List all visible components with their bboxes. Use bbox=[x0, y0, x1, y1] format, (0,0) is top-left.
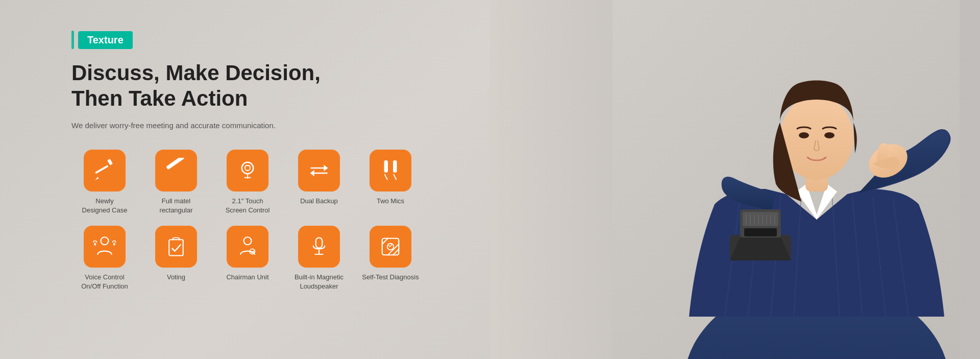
svg-rect-11 bbox=[393, 160, 397, 173]
headline-line2: Then Take Action bbox=[71, 86, 500, 111]
headline: Discuss, Make Decision, Then Take Action bbox=[71, 60, 500, 112]
headline-line1: Discuss, Make Decision, bbox=[71, 60, 500, 86]
svg-point-4 bbox=[242, 162, 254, 174]
texture-label: Texture bbox=[78, 31, 133, 49]
icon-label-touch-screen: 2.1" TouchScreen Control bbox=[226, 197, 270, 215]
icon-label-voting: Voting bbox=[167, 273, 185, 282]
icon-item-dual-backup: Dual Backup bbox=[286, 150, 352, 215]
icons-grid: NewlyDesigned Case Full matelrectangular bbox=[71, 150, 500, 291]
icon-label-voice-control: Voice ControlOn/Off Function bbox=[81, 273, 128, 291]
icon-item-voting: Voting bbox=[143, 226, 209, 291]
voting-icon bbox=[163, 234, 189, 259]
svg-point-33 bbox=[799, 132, 809, 138]
full-matel-icon bbox=[163, 158, 189, 183]
newly-designed-case-icon bbox=[92, 158, 117, 183]
texture-bar bbox=[71, 31, 74, 49]
icon-box-two-mics bbox=[370, 150, 411, 192]
icon-box-built-in-magnetic bbox=[298, 226, 340, 268]
icon-item-newly-designed-case: NewlyDesigned Case bbox=[71, 150, 138, 215]
icon-item-two-mics: Two Mics bbox=[357, 150, 424, 215]
svg-point-12 bbox=[101, 237, 109, 245]
person-area bbox=[490, 0, 980, 359]
voice-control-icon bbox=[92, 234, 117, 259]
icon-box-chairman-unit bbox=[227, 226, 268, 268]
svg-rect-48 bbox=[744, 228, 777, 236]
icon-label-chairman-unit: Chairman Unit bbox=[226, 273, 268, 282]
self-test-icon bbox=[378, 234, 403, 259]
page-wrapper: Texture Discuss, Make Decision, Then Tak… bbox=[0, 0, 980, 359]
chairman-unit-icon bbox=[235, 234, 260, 259]
icon-item-touch-screen: 2.1" TouchScreen Control bbox=[214, 150, 281, 215]
icon-item-voice-control: Voice ControlOn/Off Function bbox=[71, 226, 138, 291]
svg-rect-13 bbox=[169, 240, 183, 255]
icon-box-full-matel bbox=[155, 150, 197, 192]
icon-box-dual-backup bbox=[298, 150, 340, 192]
texture-badge: Texture bbox=[71, 31, 133, 49]
svg-rect-16 bbox=[316, 237, 323, 248]
svg-marker-9 bbox=[310, 170, 314, 177]
svg-marker-8 bbox=[324, 165, 328, 172]
icon-item-full-matel: Full matelrectangular bbox=[143, 150, 209, 215]
built-in-magnetic-icon bbox=[306, 234, 332, 259]
svg-point-34 bbox=[824, 132, 835, 138]
icon-label-full-matel: Full matelrectangular bbox=[159, 197, 192, 215]
svg-rect-3 bbox=[166, 158, 185, 170]
svg-point-20 bbox=[387, 243, 394, 250]
icon-item-chairman-unit: Chairman Unit bbox=[214, 226, 281, 291]
svg-point-5 bbox=[245, 165, 250, 171]
svg-rect-0 bbox=[95, 165, 108, 174]
icon-item-built-in-magnetic: Built-in MagneticLoudspeaker bbox=[286, 226, 352, 291]
icon-box-voting bbox=[155, 226, 197, 268]
svg-point-14 bbox=[244, 237, 252, 245]
svg-rect-39 bbox=[743, 212, 778, 226]
subtext: We deliver worry-free meeting and accura… bbox=[71, 120, 500, 132]
icon-box-touch-screen bbox=[227, 150, 268, 192]
svg-marker-1 bbox=[95, 177, 99, 180]
dual-backup-icon bbox=[306, 158, 332, 183]
icon-label-newly-designed-case: NewlyDesigned Case bbox=[82, 197, 128, 215]
svg-rect-10 bbox=[384, 160, 388, 173]
person-bg bbox=[490, 0, 980, 359]
two-mics-icon bbox=[378, 158, 403, 183]
icon-label-self-test: Self-Test Diagnosis bbox=[362, 273, 419, 282]
icon-item-self-test: Self-Test Diagnosis bbox=[357, 226, 424, 291]
content-area: Texture Discuss, Make Decision, Then Tak… bbox=[0, 0, 500, 359]
icon-box-newly-designed-case bbox=[84, 150, 126, 192]
person-illustration bbox=[612, 0, 960, 359]
icon-box-self-test bbox=[370, 226, 411, 268]
icon-box-voice-control bbox=[84, 226, 126, 268]
touch-screen-icon bbox=[235, 158, 260, 183]
icon-label-two-mics: Two Mics bbox=[377, 197, 404, 206]
icon-label-dual-backup: Dual Backup bbox=[300, 197, 338, 206]
icon-label-built-in-magnetic: Built-in MagneticLoudspeaker bbox=[295, 273, 344, 291]
svg-rect-2 bbox=[107, 159, 113, 165]
